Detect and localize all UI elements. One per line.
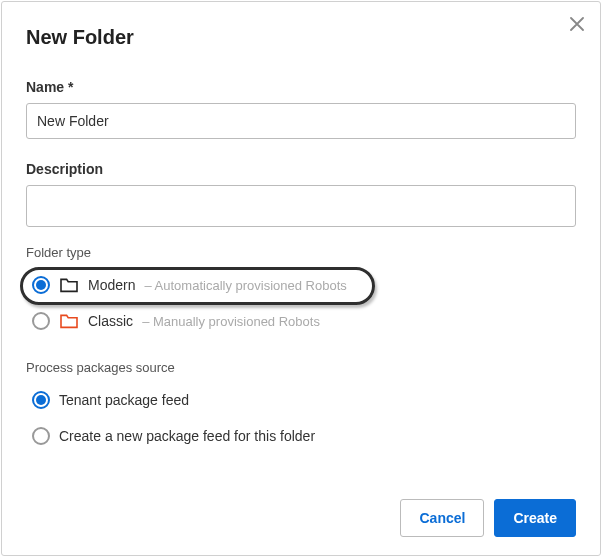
option-hint: – Automatically provisioned Robots bbox=[144, 278, 346, 293]
option-hint: – Manually provisioned Robots bbox=[142, 314, 320, 329]
folder-type-option-modern[interactable]: Modern – Automatically provisioned Robot… bbox=[26, 272, 576, 298]
folder-icon bbox=[59, 277, 79, 293]
description-label: Description bbox=[26, 161, 576, 177]
description-input[interactable] bbox=[26, 185, 576, 227]
folder-icon bbox=[59, 313, 79, 329]
radio-icon bbox=[32, 276, 50, 294]
radio-icon bbox=[32, 312, 50, 330]
option-label: Tenant package feed bbox=[59, 392, 189, 408]
folder-type-label: Folder type bbox=[26, 245, 576, 260]
radio-icon bbox=[32, 427, 50, 445]
packages-source-label: Process packages source bbox=[26, 360, 576, 375]
option-label: Create a new package feed for this folde… bbox=[59, 428, 315, 444]
dialog-title: New Folder bbox=[26, 26, 576, 49]
folder-type-option-classic[interactable]: Classic – Manually provisioned Robots bbox=[26, 308, 576, 334]
option-label: Modern bbox=[88, 277, 135, 293]
packages-option-new-feed[interactable]: Create a new package feed for this folde… bbox=[26, 423, 576, 449]
dialog-footer: Cancel Create bbox=[400, 499, 576, 537]
name-label: Name * bbox=[26, 79, 576, 95]
cancel-button[interactable]: Cancel bbox=[400, 499, 484, 537]
name-input[interactable] bbox=[26, 103, 576, 139]
packages-option-tenant[interactable]: Tenant package feed bbox=[26, 387, 576, 413]
option-label: Classic bbox=[88, 313, 133, 329]
new-folder-dialog: New Folder Name * Description Folder typ… bbox=[1, 1, 601, 556]
radio-icon bbox=[32, 391, 50, 409]
create-button[interactable]: Create bbox=[494, 499, 576, 537]
close-icon[interactable] bbox=[570, 16, 584, 34]
